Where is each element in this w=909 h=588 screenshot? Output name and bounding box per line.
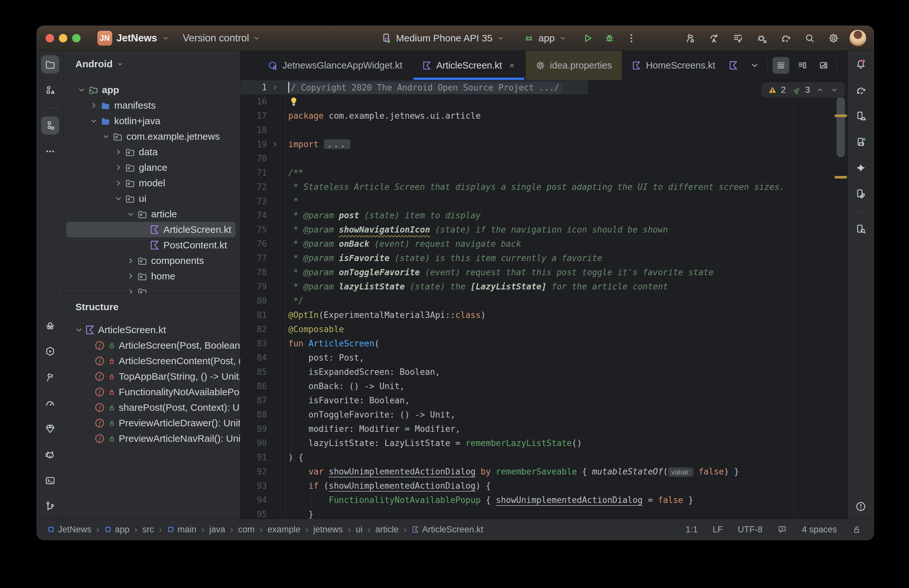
- code-text[interactable]: * @param showNavigationIcon (state) if t…: [286, 225, 848, 234]
- code-line-79[interactable]: 79 * @param lazyListState (state) the [L…: [241, 279, 848, 294]
- line-number[interactable]: 88: [241, 410, 267, 420]
- profiler-button[interactable]: [41, 394, 59, 412]
- editor-scrollbar[interactable]: [836, 97, 845, 157]
- line-number[interactable]: 85: [241, 367, 267, 377]
- line-number[interactable]: 75: [241, 225, 267, 234]
- code-text[interactable]: onBack: () -> Unit,: [286, 381, 848, 391]
- line-number[interactable]: 86: [241, 381, 267, 391]
- code-line-82[interactable]: 82@Composable: [241, 322, 848, 336]
- code-line-83[interactable]: 83fun ArticleScreen(: [241, 336, 848, 351]
- breadcrumb-com[interactable]: com: [238, 525, 255, 535]
- project-tree-item-app[interactable]: app: [66, 82, 236, 98]
- chevron-down-icon[interactable]: [89, 116, 98, 126]
- breadcrumb-jetnews[interactable]: JetNews: [47, 525, 92, 535]
- line-number[interactable]: 70: [241, 153, 267, 163]
- search-everywhere-button[interactable]: [801, 30, 818, 47]
- line-number[interactable]: 1: [241, 82, 267, 92]
- view-split-button[interactable]: [794, 57, 811, 74]
- line-number[interactable]: 18: [241, 125, 267, 135]
- build-tool-button[interactable]: [41, 368, 59, 386]
- close-tab-icon[interactable]: [508, 61, 516, 69]
- user-avatar[interactable]: [849, 29, 867, 47]
- structure-item-articlescreencontent-post-[interactable]: fArticleScreenContent(Post, (): [64, 353, 240, 369]
- code-line-93[interactable]: 93 if (showUnimplementedActionDialog) {: [241, 479, 848, 493]
- view-preview-button[interactable]: [815, 57, 832, 74]
- code-text[interactable]: * @param onToggleFavorite (event) reques…: [286, 268, 848, 277]
- code-text[interactable]: isExpandedScreen: Boolean,: [286, 367, 848, 377]
- line-number[interactable]: 92: [241, 467, 267, 477]
- line-number[interactable]: 19: [241, 139, 267, 149]
- code-line-86[interactable]: 86 onBack: () -> Unit,: [241, 379, 848, 393]
- code-line-87[interactable]: 87 isFavorite: Boolean,: [241, 393, 848, 407]
- tab-articlescreen-kt[interactable]: ArticleScreen.kt: [412, 51, 526, 80]
- code-text[interactable]: * @param onBack (event) request navigate…: [286, 239, 848, 249]
- chevron-down-icon[interactable]: [77, 85, 86, 95]
- line-number[interactable]: 77: [241, 253, 267, 263]
- code-text[interactable]: }: [286, 509, 848, 519]
- breadcrumb-src[interactable]: src: [142, 525, 154, 535]
- code-line-17[interactable]: 17package com.example.jetnews.ui.article: [241, 109, 848, 123]
- chevron-down-icon[interactable]: [126, 209, 136, 219]
- breadcrumb-example[interactable]: example: [268, 525, 300, 535]
- line-number[interactable]: 82: [241, 325, 267, 334]
- code-line-80[interactable]: 80 */: [241, 294, 848, 308]
- app-inspection-button[interactable]: [41, 420, 59, 438]
- device-selector[interactable]: Medium Phone API 35: [380, 32, 505, 44]
- line-number[interactable]: 83: [241, 339, 267, 348]
- running-devices-button[interactable]: [852, 133, 870, 151]
- line-number[interactable]: 81: [241, 310, 267, 320]
- terminal-button[interactable]: [41, 472, 59, 489]
- project-tree-item-com-example-jetnews[interactable]: com.example.jetnews: [66, 129, 236, 144]
- line-number[interactable]: 74: [241, 210, 267, 220]
- apply-changes-button[interactable]: [706, 30, 722, 47]
- code-text[interactable]: var showUnimplementedActionDialog by rem…: [286, 467, 848, 477]
- project-view-header[interactable]: Android: [64, 51, 240, 71]
- code-text[interactable]: import ...: [286, 139, 848, 149]
- project-tree-item-kotlin-java[interactable]: kotlin+java: [66, 113, 236, 129]
- reader-mode-icon[interactable]: [777, 525, 787, 534]
- minimize-window-button[interactable]: [59, 34, 67, 42]
- indent-setting[interactable]: 4 spaces: [802, 525, 837, 535]
- code-text[interactable]: package com.example.jetnews.ui.article: [286, 111, 848, 121]
- code-text[interactable]: isFavorite: Boolean,: [286, 396, 848, 405]
- code-line-85[interactable]: 85 isExpandedScreen: Boolean,: [241, 365, 848, 379]
- logcat-button[interactable]: [41, 446, 59, 464]
- code-line-1[interactable]: 1/ Copyright 2020 The Android Open Sourc…: [241, 80, 848, 94]
- code-line-84[interactable]: 84 post: Post,: [241, 351, 848, 365]
- project-tree-item-manifests[interactable]: manifests: [66, 98, 236, 113]
- code-text[interactable]: fun ArticleScreen(: [286, 339, 848, 348]
- line-number[interactable]: 76: [241, 239, 267, 249]
- code-line-19[interactable]: 19import ...: [241, 137, 848, 151]
- chevron-right-icon[interactable]: [126, 271, 136, 281]
- code-line-81[interactable]: 81@OptIn(ExperimentalMaterial3Api::class…: [241, 308, 848, 322]
- project-tree-item-data[interactable]: data: [66, 144, 236, 160]
- fold-marker-icon[interactable]: [267, 84, 283, 91]
- breadcrumb-app[interactable]: app: [104, 525, 129, 535]
- breadcrumb-ui[interactable]: ui: [356, 525, 363, 535]
- line-number[interactable]: 80: [241, 296, 267, 305]
- structure-item-previewarticlenavrail-unit[interactable]: fPreviewArticleNavRail(): Unit: [64, 431, 240, 446]
- run-tasks-button[interactable]: [730, 30, 746, 47]
- line-number[interactable]: 78: [241, 268, 267, 277]
- code-line-76[interactable]: 76 * @param onBack (event) request navig…: [241, 237, 848, 251]
- code-line-95[interactable]: 95 }: [241, 507, 848, 519]
- file-encoding[interactable]: UTF-8: [738, 525, 762, 535]
- code-line-70[interactable]: 70: [241, 151, 848, 166]
- project-tool-button[interactable]: [41, 55, 59, 73]
- notifications-button[interactable]: [852, 55, 870, 73]
- previous-problem-icon[interactable]: [816, 86, 824, 94]
- structure-item-functionalitynotavailablepop[interactable]: fFunctionalityNotAvailablePop: [64, 384, 240, 400]
- code-line-90[interactable]: 90 lazyListState: LazyListState = rememb…: [241, 436, 848, 450]
- project-tree-item-partial[interactable]: [66, 284, 236, 293]
- write-access-icon[interactable]: [852, 525, 861, 534]
- code-line-78[interactable]: 78 * @param onToggleFavorite (event) req…: [241, 265, 848, 279]
- structure-item-topappbar-string-unit-[interactable]: fTopAppBar(String, () -> Unit,: [64, 369, 240, 384]
- code-text[interactable]: * @param post (state) item to display: [286, 210, 848, 220]
- line-separator[interactable]: LF: [713, 525, 723, 535]
- code-text[interactable]: * Stateless Article Screen that displays…: [286, 182, 848, 192]
- gradle-sync-button[interactable]: [777, 30, 794, 47]
- breadcrumb-articlescreen-kt[interactable]: ArticleScreen.kt: [412, 525, 483, 535]
- gradle-tool-button[interactable]: [852, 81, 870, 99]
- device-mirroring-button[interactable]: [852, 185, 870, 203]
- device-manager-button[interactable]: [852, 107, 870, 125]
